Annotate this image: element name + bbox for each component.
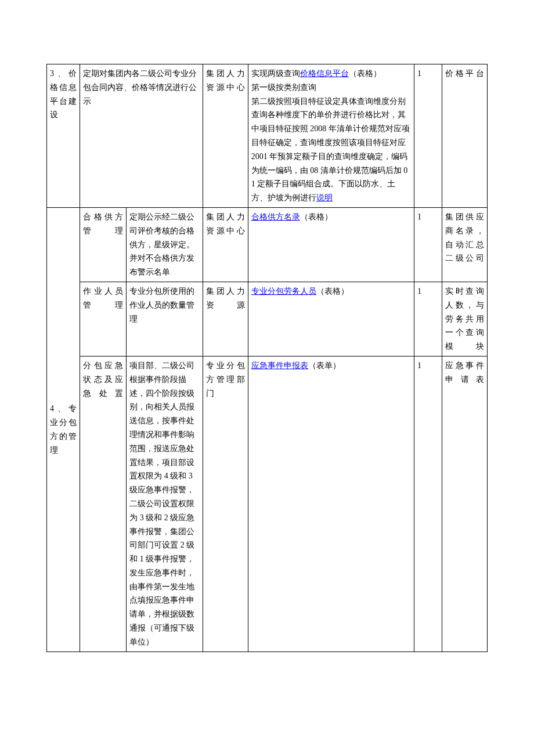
desc-cell: 定期公示经二级公司评价考核的合格供方，星级评定。并对不合格供方发布警示名单 (127, 207, 203, 282)
detail-after-link: （表单） (308, 361, 341, 370)
num-cell: 1 (414, 207, 442, 282)
detail-cell: 实现两级查询价格信息平台（表格） 第一级按类别查询 第二级按照项目特征设定具体查… (248, 64, 414, 208)
table-row: 分包应急状态及应急处置 项目部、二级公司根据事件阶段描述，四个阶段按级别，向相关… (47, 356, 488, 651)
desc-cell: 定期对集团内各二级公司专业分包合同内容、价格等情况进行公示 (80, 64, 203, 208)
detail-cell: 合格供方名录（表格） (248, 207, 414, 282)
emergency-report-link[interactable]: 应急事件申报表 (251, 361, 308, 370)
detail-after-link: （表格） (300, 213, 333, 221)
supplier-list-link[interactable]: 合格供方名录 (251, 213, 300, 221)
detail-prefix: 实现两级查询 (251, 69, 300, 78)
specification-table: 3、价格信息平台建设 定期对集团内各二级公司专业分包合同内容、价格等情况进行公示… (46, 64, 488, 652)
table-row: 3、价格信息平台建设 定期对集团内各二级公司专业分包合同内容、价格等情况进行公示… (47, 64, 488, 208)
num-cell: 1 (414, 282, 442, 356)
price-platform-link[interactable]: 价格信息平台 (300, 69, 349, 78)
sub-cell: 作业人员管理 (80, 282, 127, 356)
detail-cell: 专业分包劳务人员（表格） (248, 282, 414, 356)
module-cell: 3、价格信息平台建设 (47, 64, 80, 208)
detail-after-link: （表格） (349, 69, 381, 78)
sub-cell: 合格供方管理 (80, 207, 127, 282)
dept-cell: 专业分包方管理部门 (203, 356, 248, 651)
desc-cell: 专业分包所使用的作业人员的数量管理 (127, 282, 203, 356)
remark-cell: 价格平台 (442, 64, 488, 208)
num-cell: 1 (414, 356, 442, 651)
dept-cell: 集团人力资源中心 (203, 207, 248, 282)
detail-line-2: 第二级按照项目特征设定具体查询维度分别查询各种维度下的单价并进行价格比对，其中项… (251, 97, 410, 203)
table-row: 4、专业分包方的管理 合格供方管理 定期公示经二级公司评价考核的合格供方，星级评… (47, 207, 488, 282)
remark-cell: 集团供应商名录，自动汇总二级公司 (442, 207, 488, 282)
dept-cell: 集团人力资源中心 (203, 64, 248, 208)
table-row: 作业人员管理 专业分包所使用的作业人员的数量管理 集团人力资源 专业分包劳务人员… (47, 282, 488, 356)
remark-cell: 实时查询人数，与劳务共用一个查询模块 (442, 282, 488, 356)
dept-cell: 集团人力资源 (203, 282, 248, 356)
remark-cell: 应急事件申请表 (442, 356, 488, 651)
detail-after-link: （表格） (316, 287, 349, 296)
explanation-link[interactable]: 说明 (316, 193, 333, 202)
labor-personnel-link[interactable]: 专业分包劳务人员 (251, 287, 316, 296)
detail-line-1: 第一级按类别查询 (251, 83, 316, 92)
module-cell: 4、专业分包方的管理 (47, 207, 80, 651)
desc-cell: 项目部、二级公司根据事件阶段描述，四个阶段按级别，向相关人员报送信息，按事件处理… (127, 356, 203, 651)
num-cell: 1 (414, 64, 442, 208)
detail-cell: 应急事件申报表（表单） (248, 356, 414, 651)
sub-cell: 分包应急状态及应急处置 (80, 356, 127, 651)
